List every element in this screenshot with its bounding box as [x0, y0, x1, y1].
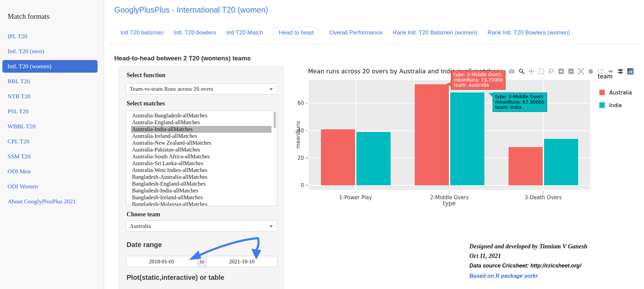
bar-india-3-death-overs[interactable]: [544, 139, 578, 185]
sidebar-item-intl-t20-men[interactable]: Intl. T20 (men): [2, 45, 98, 58]
plotly-logo-icon[interactable]: [627, 68, 634, 75]
chevron-down-icon: [269, 226, 273, 227]
gridline-vertical: [355, 80, 356, 190]
x-tick-mark-2-middle-overs: [449, 191, 450, 193]
plotly-modebar: [508, 68, 634, 75]
match-option-bangladesh-malaysia-allmatches[interactable]: Bangladesh-Malaysia-allMatches: [131, 201, 272, 206]
date-range-annotation-arrow: [184, 228, 297, 274]
y-tick-mark-20: [306, 158, 308, 158]
bar-india-2-middle-overs[interactable]: [450, 92, 484, 185]
sidebar-item-ssm-t20[interactable]: SSM T20: [2, 150, 98, 163]
y-tick-mark-40: [306, 130, 308, 131]
autoscale-icon[interactable]: [577, 68, 584, 75]
match-option-bangladesh-england-allmatches[interactable]: Bangladesh-England-allMatches: [131, 180, 272, 187]
match-option-australia-pakistan-allmatches[interactable]: Australia-Pakistan-allMatches: [131, 146, 272, 153]
legend-swatch-india: [599, 102, 605, 108]
tab-intl-t20-match[interactable]: Intl T20 Match: [226, 27, 263, 38]
match-option-australia-sri-lanka-allmatches[interactable]: Australia-Sri Lanka-allMatches: [131, 160, 272, 167]
zoom-out-icon[interactable]: [568, 68, 574, 75]
legend-entry-india[interactable]: India: [599, 102, 637, 109]
bar-australia-2-middle-overs[interactable]: [415, 84, 449, 185]
match-option-bangladesh-ireland-allmatches[interactable]: Bangladesh-Ireland-allMatches: [131, 194, 272, 201]
match-listbox[interactable]: Australia-Bangladesh-allMatchesAustralia…: [126, 111, 277, 206]
match-option-bangladesh-india-allmatches[interactable]: Bangladesh-India-allMatches: [131, 187, 272, 194]
listbox-scrollbar: [273, 112, 276, 205]
sidebar-item-odi-men[interactable]: ODI Men: [2, 165, 98, 178]
plot-or-table-heading: Plot(static,interactive) or table: [127, 274, 224, 281]
choose-team-label: Choose team: [127, 211, 160, 218]
tooltip-line: team: India: [495, 105, 544, 110]
footer-line-1: Designed and developed by Tinniam V Gane…: [469, 243, 587, 250]
match-option-australia-south-africa-allmatches[interactable]: Australia-South Africa-allMatches: [131, 153, 272, 160]
plot-panel: [309, 80, 590, 190]
tabbar-divider: [108, 44, 640, 44]
sidebar-item-bbl-t20[interactable]: BBL T20: [2, 75, 98, 88]
select-function-value: Team-vs-team Runs across 20 overs: [130, 86, 213, 92]
sidebar-item-about-googlyplusplus-2021[interactable]: About GooglyPlusPlus 2021: [2, 195, 98, 208]
hover-compare-icon[interactable]: [617, 68, 624, 75]
sidebar-item-psl-t20[interactable]: PSL T20: [2, 105, 98, 118]
app-root: Match formats IPL T20Intl. T20 (men)Intl…: [0, 0, 644, 289]
legend-swatch-australia: [599, 90, 605, 95]
legend-label-australia: Australia: [609, 90, 632, 96]
sidebar-title: Match formats: [8, 12, 49, 21]
zoom-icon[interactable]: [518, 68, 525, 75]
bar-australia-3-death-overs[interactable]: [509, 147, 543, 185]
bar-australia-1-power-play[interactable]: [321, 129, 355, 186]
tab-intl-t20-bowlers[interactable]: Intl. T20 bowlers: [174, 27, 216, 38]
match-option-australia-new-zealand-allmatches[interactable]: Australia-New Zealand-allMatches: [131, 140, 272, 146]
date-range-label: Date range: [127, 241, 162, 249]
y-tick-label-60: 60: [288, 100, 304, 106]
y-tick-mark-0: [306, 185, 308, 186]
select-function-dropdown[interactable]: Team-vs-team Runs across 20 overs: [126, 83, 277, 95]
match-option-australia-ireland-allmatches[interactable]: Australia-Ireland-allMatches: [131, 133, 272, 140]
match-option-australia-india-allmatches[interactable]: Australia-India-allMatches: [131, 126, 272, 133]
box-select-icon[interactable]: [538, 68, 545, 75]
home-icon[interactable]: [587, 68, 594, 75]
camera-icon[interactable]: [508, 68, 515, 75]
tab-rank-intl-t20-bowlers-women[interactable]: Rank Intl. T20 Bowlers (women): [487, 27, 570, 38]
listbox-scrollbar-thumb[interactable]: [274, 112, 276, 128]
tab-intl-t20-batsman[interactable]: Intl T20 batsman: [120, 27, 163, 38]
lasso-icon[interactable]: [548, 68, 555, 75]
x-tick-label-1-power-play: 1-Power Play: [339, 194, 372, 201]
legend-title: team: [598, 73, 613, 80]
sidebar-item-wbbl-t20[interactable]: WBBL T20: [2, 120, 98, 133]
section-heading: Head-to-head between 2 T20 (womens) team…: [114, 55, 251, 62]
tab-head-to-head[interactable]: Head to head: [273, 27, 319, 39]
tab-overall-performance[interactable]: Overall Performance: [329, 27, 382, 38]
sidebar-item-intl-t20-women[interactable]: Intl. T20 (women): [2, 60, 98, 73]
hover-tooltip-australia: type: 2-Middle OversmeanRuns: 73.70000te…: [451, 70, 506, 90]
footer-line-3: Data source Cricsheet: http://cricsheet.…: [469, 263, 581, 269]
zoom-in-icon[interactable]: [558, 68, 565, 75]
sidebar-item-ipl-t20[interactable]: IPL T20: [2, 30, 98, 43]
match-option-australia-bangladesh-allmatches[interactable]: Australia-Bangladesh-allMatches: [131, 112, 272, 119]
gridline-y-60: [309, 103, 590, 103]
tooltip-line: meanRuns: 73.70000: [454, 77, 503, 83]
tooltip-line: team: Australia: [454, 83, 503, 88]
legend-entry-australia[interactable]: Australia: [599, 90, 637, 96]
match-option-australia-england-allmatches[interactable]: Australia-England-allMatches: [131, 119, 272, 126]
footer-line-2: Oct 11, 2021: [469, 252, 501, 260]
page-title: GooglyPlusPlus - International T20 (wome…: [114, 5, 268, 15]
pan-icon[interactable]: [528, 68, 535, 75]
x-tick-mark-3-death-overs: [543, 191, 544, 193]
x-tick-mark-1-power-play: [355, 191, 356, 193]
sidebar-item-odi-women[interactable]: ODI Women: [2, 180, 98, 193]
sidebar-item-ntb-t20[interactable]: NTB T20: [2, 90, 98, 103]
bar-india-1-power-play[interactable]: [356, 132, 391, 185]
tab-rank-intl-t20-batsmen-women[interactable]: Rank Intl. T20 Batsmen (women): [393, 27, 477, 38]
y-axis-title: meanRuns: [295, 121, 301, 149]
x-tick-label-3-death-overs: 3-Death Overs: [525, 194, 562, 201]
tooltip-line: type: 2-Middle Overs: [454, 72, 503, 77]
match-option-bangladesh-australia-allmatches[interactable]: Bangladesh-Australia-allMatches: [131, 174, 272, 180]
tooltip-pointer-australia: [446, 82, 451, 87]
hover-tooltip-india: type: 2-Middle OversmeanRuns: 67.90000te…: [493, 92, 547, 112]
tooltip-line: type: 2-Middle Overs: [495, 94, 544, 100]
sidebar-item-cpl-t20[interactable]: CPL T20: [2, 135, 98, 148]
match-option-australia-west-indies-allmatches[interactable]: Australia-West Indies-allMatches: [131, 167, 272, 174]
tooltip-line: meanRuns: 67.90000: [495, 100, 544, 105]
tooltip-pointer-india: [488, 93, 493, 97]
gridline-vertical: [449, 80, 450, 190]
footer-link-yorkr[interactable]: Based on R package yorkr: [469, 273, 538, 279]
